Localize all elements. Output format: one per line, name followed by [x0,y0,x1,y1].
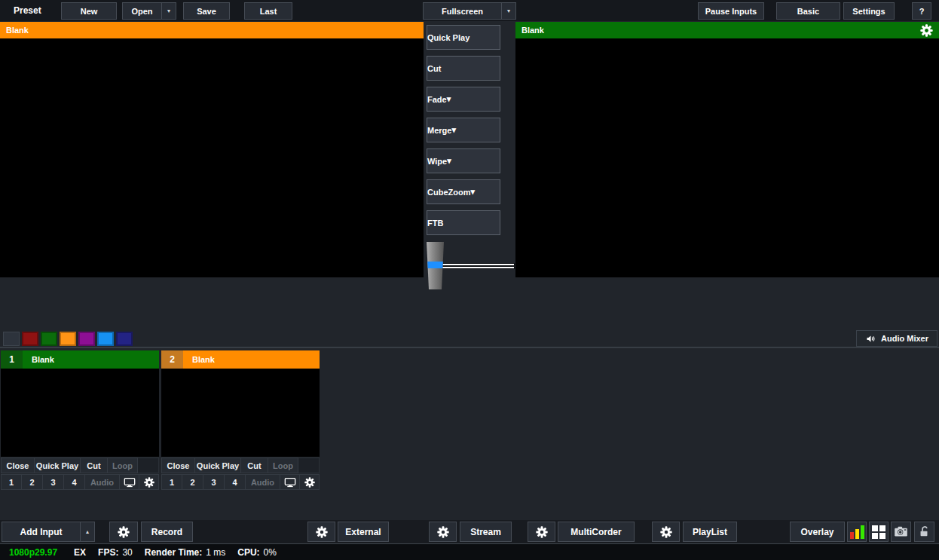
gear-icon [144,477,154,488]
record-button[interactable]: Record [141,522,193,542]
category-swatch-red[interactable] [22,332,38,346]
fade-button[interactable]: Fade ▾ [427,87,500,112]
input-1-overlay-2-button[interactable]: 2 [22,474,43,490]
input-2-controls-row2: 1 2 3 4 Audio [161,474,320,490]
lock-open-icon [918,525,931,538]
top-toolbar: Preset New Open ▾ Save Last Fullscreen ▾… [0,0,939,21]
input-2-settings-button[interactable] [300,474,320,490]
chevron-down-icon[interactable]: ▾ [451,125,463,135]
input-1-close-button[interactable]: Close [1,457,35,473]
input-2-overlay-1-button[interactable]: 1 [161,474,182,490]
playlist-button[interactable]: PlayList [683,522,737,542]
input-1-name: Blank [23,355,54,364]
program-title-bar[interactable]: Blank [515,22,939,38]
input-1-quickplay-button[interactable]: Quick Play [35,457,81,473]
ftb-button[interactable]: FTB [427,210,500,235]
audio-mixer-button[interactable]: Audio Mixer [856,330,937,347]
input-1-row1-filler [138,457,159,473]
fullscreen-button[interactable]: Fullscreen ▾ [423,2,516,20]
multicorder-settings-button[interactable] [528,522,555,542]
gear-icon [304,477,315,488]
multicorder-button[interactable]: MultiCorder [558,522,635,542]
chevron-up-icon[interactable]: ▴ [81,528,94,535]
category-swatch-purple[interactable] [78,332,95,346]
record-settings-button[interactable] [109,522,138,542]
add-input-button[interactable]: Add Input ▴ [2,522,95,542]
stream-button[interactable]: Stream [460,522,512,542]
settings-button[interactable]: Settings [843,2,895,20]
input-1-overlay-1-button[interactable]: 1 [1,474,22,490]
input-2-overlay-4-button[interactable]: 4 [225,474,246,490]
category-swatch-green[interactable] [41,332,57,346]
external-button[interactable]: External [338,522,389,542]
basic-button[interactable]: Basic [776,2,840,20]
input-1-cut-button[interactable]: Cut [81,457,108,473]
speaker-icon [865,333,876,344]
category-swatch-blue[interactable] [97,332,114,346]
input-2-fullscreen-button[interactable] [280,474,300,490]
quick-play-button[interactable]: Quick Play [427,25,500,50]
vmix-main-window: Preset New Open ▾ Save Last Fullscreen ▾… [0,0,939,560]
input-1-window: 1 Blank Close Quick Play Cut Loop 1 2 3 … [1,350,159,490]
input-1-fullscreen-button[interactable] [120,474,139,490]
chevron-down-icon[interactable]: ▾ [447,156,459,166]
external-settings-button[interactable] [307,522,335,542]
gear-icon [660,526,672,538]
wipe-button[interactable]: Wipe ▾ [427,148,500,173]
input-2-audio-button[interactable]: Audio [246,474,280,490]
preset-label: Preset [14,0,41,21]
input-1-controls-row2: 1 2 3 4 Audio [1,474,159,490]
snapshot-button[interactable] [891,522,911,542]
playlist-settings-button[interactable] [652,522,680,542]
chevron-down-icon[interactable]: ▾ [447,94,459,104]
category-swatch-none[interactable] [3,332,20,346]
last-preset-button[interactable]: Last [244,2,292,20]
pause-inputs-button[interactable]: Pause Inputs [698,2,764,20]
program-video-area[interactable] [515,38,939,277]
preview-video-area[interactable] [0,38,424,277]
program-gear-icon[interactable] [920,24,933,37]
save-preset-button[interactable]: Save [183,2,230,20]
chevron-down-icon[interactable]: ▾ [162,8,176,14]
lock-button[interactable] [914,522,934,542]
gear-icon [437,526,449,538]
input-2-close-button[interactable]: Close [161,457,195,473]
input-1-settings-button[interactable] [139,474,159,490]
stream-settings-button[interactable] [429,522,457,542]
cut-button[interactable]: Cut [427,56,500,81]
help-button[interactable]: ? [912,2,931,20]
category-swatch-row: Audio Mixer [0,332,939,347]
category-swatch-orange[interactable] [60,332,76,346]
input-2-quickplay-button[interactable]: Quick Play [195,457,241,473]
audio-levels-button[interactable] [847,522,867,542]
input-1-overlay-4-button[interactable]: 4 [64,474,85,490]
new-preset-button[interactable]: New [61,2,117,20]
input-2-loop-button[interactable]: Loop [268,457,298,473]
input-1-thumbnail[interactable] [1,369,159,457]
preview-title: Blank [6,26,29,35]
status-bar: 1080p29.97 EX FPS:30 Render Time:1 ms CP… [0,543,939,560]
input-2-thumbnail[interactable] [161,369,320,457]
chevron-down-icon[interactable]: ▾ [502,8,515,14]
open-preset-button[interactable]: Open ▾ [122,2,176,20]
cubezoom-button[interactable]: CubeZoom ▾ [427,179,500,204]
tbar-handle[interactable] [426,242,445,289]
input-1-title-bar[interactable]: 1 Blank [1,350,159,369]
input-2-overlay-3-button[interactable]: 3 [203,474,225,490]
chevron-down-icon[interactable]: ▾ [470,187,482,197]
overlay-button[interactable]: Overlay [790,522,845,542]
category-swatch-navy[interactable] [116,332,133,346]
input-1-audio-button[interactable]: Audio [85,474,120,490]
input-2-cut-button[interactable]: Cut [241,457,268,473]
input-2-title-bar[interactable]: 2 Blank [161,350,320,369]
monitor-icon [284,476,296,488]
input-1-overlay-3-button[interactable]: 3 [43,474,64,490]
input-1-number: 1 [1,350,23,369]
status-fps: FPS:30 [98,547,133,558]
preview-title-bar[interactable]: Blank [0,22,424,38]
status-cpu: CPU:0% [237,547,277,558]
input-2-overlay-2-button[interactable]: 2 [182,474,203,490]
fullscreen-grid-button[interactable] [869,522,889,542]
merge-button[interactable]: Merge ▾ [427,118,500,142]
input-1-loop-button[interactable]: Loop [108,457,138,473]
